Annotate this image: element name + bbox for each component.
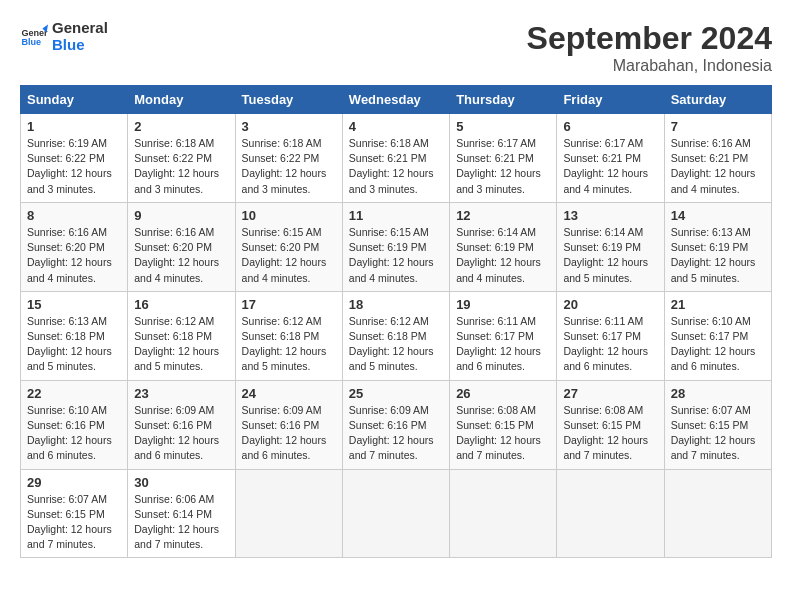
- day-number: 19: [456, 297, 550, 312]
- sunset-label: Sunset: 6:17 PM: [456, 330, 534, 342]
- sunrise-label: Sunrise: 6:09 AM: [134, 404, 214, 416]
- calendar-cell: 25 Sunrise: 6:09 AM Sunset: 6:16 PM Dayl…: [342, 380, 449, 469]
- daylight-label: Daylight: 12 hours and 3 minutes.: [242, 167, 327, 194]
- sunrise-label: Sunrise: 6:07 AM: [27, 493, 107, 505]
- sunrise-label: Sunrise: 6:16 AM: [671, 137, 751, 149]
- day-number: 11: [349, 208, 443, 223]
- daylight-label: Daylight: 12 hours and 7 minutes.: [134, 523, 219, 550]
- calendar-cell: 12 Sunrise: 6:14 AM Sunset: 6:19 PM Dayl…: [450, 202, 557, 291]
- daylight-label: Daylight: 12 hours and 3 minutes.: [134, 167, 219, 194]
- sunset-label: Sunset: 6:15 PM: [671, 419, 749, 431]
- calendar-cell: [450, 469, 557, 558]
- header-friday: Friday: [557, 86, 664, 114]
- sunset-label: Sunset: 6:16 PM: [134, 419, 212, 431]
- sunrise-label: Sunrise: 6:14 AM: [456, 226, 536, 238]
- day-number: 15: [27, 297, 121, 312]
- calendar-cell: 19 Sunrise: 6:11 AM Sunset: 6:17 PM Dayl…: [450, 291, 557, 380]
- daylight-label: Daylight: 12 hours and 3 minutes.: [27, 167, 112, 194]
- header-tuesday: Tuesday: [235, 86, 342, 114]
- sunset-label: Sunset: 6:20 PM: [27, 241, 105, 253]
- logo-icon: General Blue: [20, 23, 48, 51]
- calendar-cell: 2 Sunrise: 6:18 AM Sunset: 6:22 PM Dayli…: [128, 114, 235, 203]
- day-number: 4: [349, 119, 443, 134]
- sunset-label: Sunset: 6:15 PM: [27, 508, 105, 520]
- page-header: General Blue General Blue September 2024…: [20, 20, 772, 75]
- sunrise-label: Sunrise: 6:18 AM: [134, 137, 214, 149]
- day-number: 13: [563, 208, 657, 223]
- calendar-cell: 23 Sunrise: 6:09 AM Sunset: 6:16 PM Dayl…: [128, 380, 235, 469]
- day-info: Sunrise: 6:14 AM Sunset: 6:19 PM Dayligh…: [456, 225, 550, 286]
- day-info: Sunrise: 6:16 AM Sunset: 6:21 PM Dayligh…: [671, 136, 765, 197]
- sunset-label: Sunset: 6:16 PM: [242, 419, 320, 431]
- title-block: September 2024 Marabahan, Indonesia: [527, 20, 772, 75]
- daylight-label: Daylight: 12 hours and 4 minutes.: [27, 256, 112, 283]
- day-info: Sunrise: 6:17 AM Sunset: 6:21 PM Dayligh…: [563, 136, 657, 197]
- sunset-label: Sunset: 6:20 PM: [242, 241, 320, 253]
- calendar-header-row: SundayMondayTuesdayWednesdayThursdayFrid…: [21, 86, 772, 114]
- calendar-cell: 16 Sunrise: 6:12 AM Sunset: 6:18 PM Dayl…: [128, 291, 235, 380]
- sunset-label: Sunset: 6:19 PM: [456, 241, 534, 253]
- day-number: 25: [349, 386, 443, 401]
- daylight-label: Daylight: 12 hours and 7 minutes.: [563, 434, 648, 461]
- day-info: Sunrise: 6:16 AM Sunset: 6:20 PM Dayligh…: [27, 225, 121, 286]
- day-info: Sunrise: 6:13 AM Sunset: 6:18 PM Dayligh…: [27, 314, 121, 375]
- sunset-label: Sunset: 6:16 PM: [27, 419, 105, 431]
- daylight-label: Daylight: 12 hours and 7 minutes.: [349, 434, 434, 461]
- logo-text-blue: Blue: [52, 37, 108, 54]
- sunrise-label: Sunrise: 6:15 AM: [349, 226, 429, 238]
- daylight-label: Daylight: 12 hours and 5 minutes.: [134, 345, 219, 372]
- day-number: 3: [242, 119, 336, 134]
- day-number: 8: [27, 208, 121, 223]
- sunrise-label: Sunrise: 6:08 AM: [456, 404, 536, 416]
- daylight-label: Daylight: 12 hours and 4 minutes.: [242, 256, 327, 283]
- sunset-label: Sunset: 6:17 PM: [671, 330, 749, 342]
- day-number: 23: [134, 386, 228, 401]
- sunrise-label: Sunrise: 6:14 AM: [563, 226, 643, 238]
- day-info: Sunrise: 6:17 AM Sunset: 6:21 PM Dayligh…: [456, 136, 550, 197]
- sunrise-label: Sunrise: 6:11 AM: [456, 315, 536, 327]
- sunset-label: Sunset: 6:17 PM: [563, 330, 641, 342]
- day-info: Sunrise: 6:11 AM Sunset: 6:17 PM Dayligh…: [456, 314, 550, 375]
- daylight-label: Daylight: 12 hours and 3 minutes.: [349, 167, 434, 194]
- day-number: 1: [27, 119, 121, 134]
- daylight-label: Daylight: 12 hours and 5 minutes.: [671, 256, 756, 283]
- daylight-label: Daylight: 12 hours and 7 minutes.: [27, 523, 112, 550]
- daylight-label: Daylight: 12 hours and 4 minutes.: [349, 256, 434, 283]
- sunrise-label: Sunrise: 6:13 AM: [27, 315, 107, 327]
- sunset-label: Sunset: 6:20 PM: [134, 241, 212, 253]
- calendar-cell: 9 Sunrise: 6:16 AM Sunset: 6:20 PM Dayli…: [128, 202, 235, 291]
- day-number: 28: [671, 386, 765, 401]
- calendar-cell: 27 Sunrise: 6:08 AM Sunset: 6:15 PM Dayl…: [557, 380, 664, 469]
- sunrise-label: Sunrise: 6:09 AM: [242, 404, 322, 416]
- daylight-label: Daylight: 12 hours and 6 minutes.: [27, 434, 112, 461]
- sunrise-label: Sunrise: 6:18 AM: [242, 137, 322, 149]
- sunset-label: Sunset: 6:19 PM: [563, 241, 641, 253]
- calendar-cell: 17 Sunrise: 6:12 AM Sunset: 6:18 PM Dayl…: [235, 291, 342, 380]
- sunset-label: Sunset: 6:18 PM: [27, 330, 105, 342]
- daylight-label: Daylight: 12 hours and 4 minutes.: [671, 167, 756, 194]
- sunset-label: Sunset: 6:18 PM: [242, 330, 320, 342]
- day-number: 24: [242, 386, 336, 401]
- daylight-label: Daylight: 12 hours and 6 minutes.: [456, 345, 541, 372]
- sunset-label: Sunset: 6:19 PM: [671, 241, 749, 253]
- day-number: 5: [456, 119, 550, 134]
- daylight-label: Daylight: 12 hours and 6 minutes.: [242, 434, 327, 461]
- sunrise-label: Sunrise: 6:12 AM: [242, 315, 322, 327]
- day-info: Sunrise: 6:09 AM Sunset: 6:16 PM Dayligh…: [134, 403, 228, 464]
- location-subtitle: Marabahan, Indonesia: [527, 57, 772, 75]
- day-number: 27: [563, 386, 657, 401]
- svg-text:Blue: Blue: [21, 37, 41, 47]
- calendar-cell: 7 Sunrise: 6:16 AM Sunset: 6:21 PM Dayli…: [664, 114, 771, 203]
- header-thursday: Thursday: [450, 86, 557, 114]
- calendar-cell: 22 Sunrise: 6:10 AM Sunset: 6:16 PM Dayl…: [21, 380, 128, 469]
- logo: General Blue General Blue: [20, 20, 108, 53]
- sunset-label: Sunset: 6:22 PM: [242, 152, 320, 164]
- day-info: Sunrise: 6:12 AM Sunset: 6:18 PM Dayligh…: [134, 314, 228, 375]
- sunset-label: Sunset: 6:22 PM: [134, 152, 212, 164]
- daylight-label: Daylight: 12 hours and 5 minutes.: [349, 345, 434, 372]
- sunset-label: Sunset: 6:18 PM: [349, 330, 427, 342]
- day-number: 22: [27, 386, 121, 401]
- sunrise-label: Sunrise: 6:08 AM: [563, 404, 643, 416]
- day-number: 26: [456, 386, 550, 401]
- sunrise-label: Sunrise: 6:10 AM: [27, 404, 107, 416]
